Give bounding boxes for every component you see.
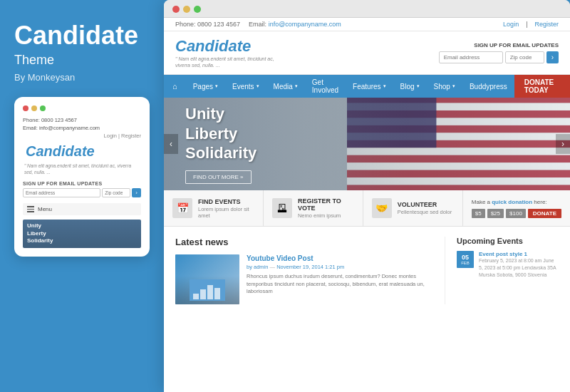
mobile-auth-links: Login | Register [23,133,141,139]
donate-button[interactable]: DONATE [528,209,561,218]
hero-prev-button[interactable]: ‹ [164,134,178,154]
find-events-icon: 📅 [172,198,192,218]
topbar-phone: Phone: 0800 123 4567 [175,21,240,28]
site-zip-input[interactable] [505,51,544,63]
mobile-window-controls [23,105,141,111]
site-nav: ⌂ Pages ▾ Events ▾ Media ▾ Get Involved … [164,75,570,98]
cta-strip: 📅 FIND EVENTS Lorem ipsum dolor sit amet… [164,190,570,227]
nav-item-pages[interactable]: Pages ▾ [186,75,225,98]
event-day: 05 [462,254,469,261]
topbar-email-link[interactable]: info@companyname.com [269,21,341,28]
news-post-meta: by admin — November 19, 2014 1:21 pm [247,264,433,270]
event-month: FEB [461,261,470,265]
main-content-left: Latest news [175,237,445,304]
register-vote-icon: 🗳 [272,198,292,218]
upcoming-events-title: Upcoming Events [457,237,559,245]
mobile-email-signup-row: › [23,188,141,197]
register-vote-text: REGISTER TO VOTE Nemo enim ipsum [298,197,354,219]
svg-rect-16 [193,294,199,299]
browser-mockup: Phone: 0800 123 4567 Email: info@company… [164,0,570,392]
news-post-title[interactable]: Youtube Video Post [247,254,433,262]
mobile-menu-bar[interactable]: Menu [23,203,141,215]
mobile-email-input[interactable] [23,188,100,197]
hero-title: Unity Liberty Solidarity [185,104,256,163]
mobile-menu-label: Menu [38,206,52,212]
cta-donate-block: Make a quick donation here: $5 $25 $100 … [463,190,570,226]
mobile-hero-text: UnityLibertySolidarity [27,222,53,244]
mobile-dot-green [40,105,46,111]
mobile-logo: Candidate [26,143,141,160]
svg-rect-18 [207,285,213,299]
theme-author: By Monkeysan [14,72,150,83]
nav-item-media[interactable]: Media ▾ [266,75,305,98]
volunteer-text: VOLUNTEER Pellentesque sed dolor [398,201,452,215]
donate-5[interactable]: $5 [472,209,485,218]
site-logo: Candidate " Nam elit agna.enderit sit am… [175,37,289,68]
site-signup-button[interactable]: › [546,51,559,63]
nav-item-shop[interactable]: Shop ▾ [427,75,462,98]
topbar-left: Phone: 0800 123 4567 Email: info@company… [175,21,341,28]
event-title[interactable]: Event post style 1 [479,251,559,257]
svg-rect-19 [214,288,220,299]
nav-item-get-involved[interactable]: Get Involved [305,75,346,98]
theme-title: Candidate [14,21,150,50]
volunteer-icon: 🤝 [372,198,392,218]
cta-volunteer[interactable]: 🤝 VOLUNTEER Pellentesque sed dolor [363,190,463,226]
event-item: 05 FEB Event post style 1 February 5, 20… [457,251,559,278]
donate-title: Make a quick donation here: [472,199,561,205]
topbar-register-link[interactable]: Register [534,21,559,28]
mobile-hamburger-icon [27,206,34,212]
mobile-hero-preview: UnityLibertySolidarity [23,220,141,248]
news-post-content: Youtube Video Post by admin — November 1… [247,254,433,304]
mobile-dot-red [23,105,28,111]
mobile-signup-button[interactable]: › [132,188,141,197]
nav-home-button[interactable]: ⌂ [164,75,186,98]
nav-item-buddypress[interactable]: Buddypress [462,75,514,98]
news-thumb-graphic [190,279,225,301]
site-topbar: Phone: 0800 123 4567 Email: info@company… [164,18,570,31]
news-post: Youtube Video Post by admin — November 1… [175,254,433,304]
topbar-right: Login | Register [503,21,559,28]
latest-news-title: Latest news [175,237,433,247]
topbar-email: Email: info@companyname.com [249,21,341,28]
mobile-dot-yellow [31,105,37,111]
nav-item-features[interactable]: Features ▾ [346,75,393,98]
site-tagline: " Nam elit agna.enderit sit amet, tincid… [175,56,289,68]
browser-window-controls [172,6,201,13]
mobile-email: Email: info@companyname.com [23,125,141,131]
website-content: Phone: 0800 123 4567 Email: info@company… [164,18,570,392]
hero-cta-button[interactable]: FIND OUT MORE » [185,170,252,184]
news-post-excerpt: Rhoncus ipsum duchus irudum deserunt, co… [247,273,433,296]
news-thumbnail [175,254,239,304]
site-email-input[interactable] [439,51,503,63]
site-header: Candidate " Nam elit agna.enderit sit am… [164,31,570,75]
svg-rect-17 [200,289,206,299]
browser-chrome [164,0,570,18]
site-main: Latest news [164,227,570,314]
find-events-text: FIND EVENTS Lorem ipsum dolor sit amet [198,198,254,219]
nav-item-events[interactable]: Events ▾ [225,75,266,98]
site-hero: ‹ Unity Liberty Solidarity FIND OUT MORE… [164,98,570,190]
cta-find-events[interactable]: 📅 FIND EVENTS Lorem ipsum dolor sit amet [164,190,264,226]
browser-dot-green [194,6,201,13]
event-details: Event post style 1 February 5, 2023 at 8… [479,251,559,278]
donate-25[interactable]: $25 [487,209,504,218]
site-email-row: › [439,51,559,63]
mobile-zip-input[interactable] [102,188,130,197]
topbar-login-link[interactable]: Login [503,21,519,28]
site-signup-block: SIGN UP FOR EMAIL UPDATES › [439,42,559,63]
hero-next-button[interactable]: › [556,134,570,154]
donate-100[interactable]: $100 [506,209,526,218]
nav-item-blog[interactable]: Blog ▾ [393,75,427,98]
main-content-right: Upcoming Events 05 FEB Event post style … [445,237,559,304]
event-info: February 5, 2023 at 8:00 am June 5, 2023… [479,257,559,278]
donate-amounts: $5 $25 $100 DONATE [472,209,561,218]
nav-donate-button[interactable]: DONATE TODAY [514,75,570,98]
mobile-tagline: " Nam elit agna.enderit sit amet, tincid… [23,163,141,175]
event-date-box: 05 FEB [457,251,474,268]
site-signup-label: SIGN UP FOR EMAIL UPDATES [474,42,559,48]
theme-subtitle: Theme [14,53,150,68]
mobile-preview: Phone: 0800 123 4567 Email: info@company… [14,97,150,257]
cta-register-to-vote[interactable]: 🗳 REGISTER TO VOTE Nemo enim ipsum [264,190,363,226]
left-panel: Candidate Theme By Monkeysan Phone: 0800… [0,0,164,392]
